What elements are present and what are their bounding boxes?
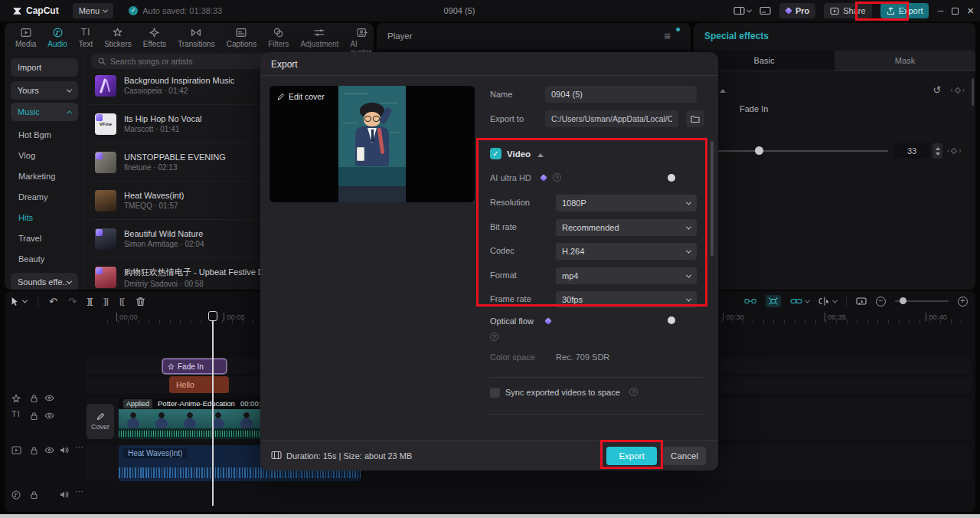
tab-stickers[interactable]: Stickers <box>104 28 132 48</box>
chevron-down-icon <box>103 7 108 12</box>
export-path-field[interactable] <box>545 110 678 127</box>
redo-button[interactable]: ↷ <box>68 296 77 307</box>
cursor-mode-icon[interactable] <box>818 297 837 306</box>
sidebar-item-yours[interactable]: Yours <box>11 81 78 100</box>
tab-transitions[interactable]: Transitions <box>178 28 215 48</box>
slider-handle[interactable] <box>755 146 763 155</box>
tab-text[interactable]: TI Text <box>79 28 93 48</box>
dialog-scrollbar[interactable] <box>710 141 714 256</box>
cover-button[interactable]: Cover <box>87 404 114 439</box>
framerate-select[interactable]: 30fps <box>556 291 697 308</box>
lock-icon[interactable] <box>30 411 38 421</box>
effects-icon <box>168 363 175 370</box>
close-button[interactable]: × <box>967 6 974 15</box>
audio-icon <box>53 28 63 38</box>
tab-captions[interactable]: Captions <box>227 28 256 48</box>
fade-in-effect-clip[interactable]: Fade In <box>162 359 227 374</box>
help-icon[interactable] <box>629 388 638 396</box>
player-title: Player <box>387 31 413 41</box>
song-thumbnail <box>95 75 116 97</box>
keyframe-nav[interactable]: ‹› <box>950 86 965 94</box>
resolution-select[interactable]: 1080P <box>556 195 697 211</box>
lock-icon[interactable] <box>30 394 38 403</box>
section-collapse-icon[interactable] <box>720 89 726 93</box>
name-field[interactable] <box>545 86 697 103</box>
pencil-icon <box>277 93 285 100</box>
export-button-topbar[interactable]: Export <box>880 3 929 18</box>
text-clip[interactable]: Hello <box>169 376 229 393</box>
menu-button[interactable]: Menu <box>73 3 114 18</box>
chevron-down-icon <box>805 297 810 303</box>
sidebar-item-dreamy[interactable]: Dreamy <box>18 192 48 202</box>
lock-icon[interactable] <box>30 490 38 500</box>
sidebar-item-music[interactable]: Music <box>11 103 78 121</box>
mute-icon[interactable] <box>60 490 69 499</box>
sync-checkbox[interactable] <box>490 388 500 398</box>
caption-panel-icon[interactable] <box>760 6 771 15</box>
sidebar-item-marketing[interactable]: Marketing <box>18 172 55 181</box>
select-tool-button[interactable] <box>11 297 27 307</box>
sidebar-item-beauty[interactable]: Beauty <box>18 254 44 264</box>
tab-media[interactable]: Media <box>15 28 36 48</box>
player-menu-icon[interactable]: ≡ <box>664 29 671 42</box>
trim-left-icon[interactable]: ]| <box>103 297 109 306</box>
keyframe-nav[interactable]: ‹› <box>947 146 962 155</box>
sidebar-item-vlog[interactable]: Vlog <box>18 151 35 160</box>
eye-icon[interactable] <box>44 394 54 402</box>
preview-axis-icon[interactable] <box>856 297 867 306</box>
timeline-zoom-slider[interactable] <box>895 300 949 302</box>
effects-icon <box>149 28 159 38</box>
tab-adjustment[interactable]: Adjustment <box>300 28 338 48</box>
lock-icon[interactable] <box>30 446 38 455</box>
tab-filters[interactable]: Filters <box>268 28 289 48</box>
slider-handle[interactable] <box>900 297 906 304</box>
tab-audio[interactable]: Audio <box>47 28 67 48</box>
collapse-icon[interactable] <box>537 153 544 157</box>
tab-mask[interactable]: Mask <box>835 51 975 70</box>
bitrate-select[interactable]: Recommended <box>556 219 697 236</box>
fade-in-slider[interactable] <box>707 150 888 152</box>
link-clips-icon[interactable] <box>790 297 809 306</box>
auto-cut-icon[interactable] <box>766 295 781 307</box>
sidebar-item-travel[interactable]: Travel <box>18 234 41 243</box>
eye-icon[interactable] <box>44 446 54 454</box>
minimize-button[interactable]: ─ <box>937 6 943 15</box>
cancel-button[interactable]: Cancel <box>663 447 706 465</box>
sidebar-item-import[interactable]: Import <box>11 58 78 77</box>
panel-scrollbar[interactable] <box>972 78 974 106</box>
pro-button[interactable]: Pro <box>779 3 815 18</box>
bitrate-label: Bit rate <box>490 222 517 231</box>
mute-icon[interactable] <box>60 446 69 454</box>
tab-effects[interactable]: Effects <box>143 28 166 48</box>
video-checkbox[interactable] <box>490 148 501 159</box>
browse-folder-button[interactable] <box>686 110 704 127</box>
edit-cover-button[interactable]: Edit cover <box>277 92 325 101</box>
export-confirm-button[interactable]: Export <box>606 447 657 465</box>
eye-icon[interactable] <box>44 411 54 420</box>
more-options-icon[interactable]: ··· <box>75 487 83 496</box>
help-icon[interactable] <box>490 333 498 341</box>
sidebar-item-hits[interactable]: Hits <box>18 213 33 222</box>
sidebar-item-sound-effects[interactable]: Sounds effe... <box>11 273 78 290</box>
fade-in-value[interactable]: 33 <box>894 143 929 159</box>
codec-select[interactable]: H.264 <box>556 243 697 260</box>
zoom-out-icon[interactable]: − <box>876 297 886 307</box>
character-book <box>357 147 364 161</box>
transitions-icon <box>191 28 201 38</box>
trim-right-icon[interactable]: |[ <box>119 297 125 306</box>
format-select[interactable]: mp4 <box>556 267 697 284</box>
reset-icon[interactable]: ↺ <box>933 84 941 96</box>
split-icon[interactable]: ][ <box>87 297 93 306</box>
layout-toggle-icon[interactable] <box>733 6 751 15</box>
more-options-icon[interactable]: ··· <box>75 442 83 451</box>
help-icon[interactable] <box>553 173 561 182</box>
value-stepper[interactable] <box>933 143 942 159</box>
delete-icon[interactable] <box>136 297 145 307</box>
playhead-line[interactable] <box>212 320 214 506</box>
share-button[interactable]: Share <box>824 3 871 18</box>
zoom-in-icon[interactable]: + <box>958 297 968 307</box>
undo-button[interactable]: ↶ <box>49 296 57 307</box>
maximize-button[interactable] <box>952 8 959 15</box>
merge-clips-icon[interactable] <box>744 297 756 306</box>
sidebar-item-hot-bgm[interactable]: Hot Bgm <box>18 130 51 139</box>
